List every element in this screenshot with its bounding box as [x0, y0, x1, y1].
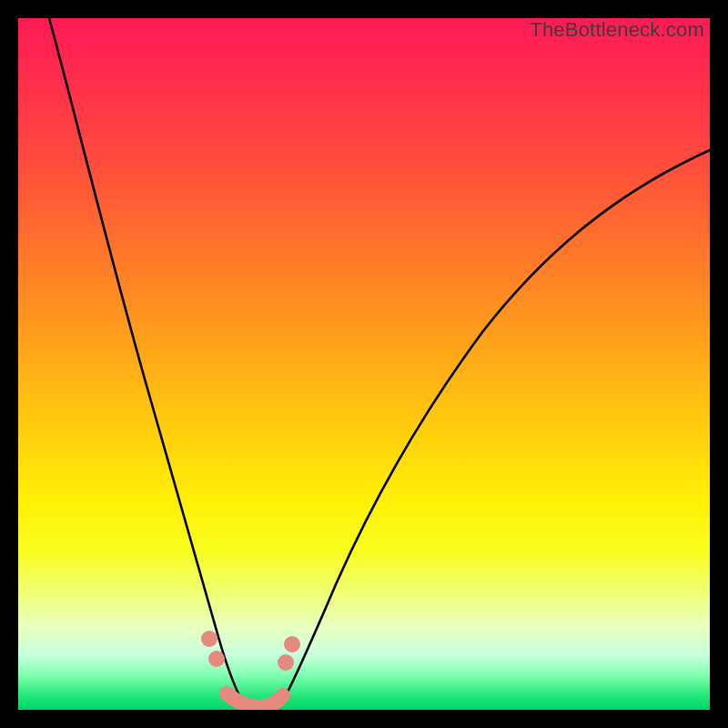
marker-dot: [201, 631, 217, 647]
trough-band: [227, 693, 283, 707]
right-curve: [284, 150, 710, 699]
marker-dot: [278, 654, 294, 671]
chart-svg: [18, 18, 710, 710]
chart-frame: TheBottleneck.com: [18, 18, 710, 710]
left-curve: [49, 18, 241, 699]
marker-dot: [284, 636, 300, 652]
marker-dot: [208, 651, 225, 667]
